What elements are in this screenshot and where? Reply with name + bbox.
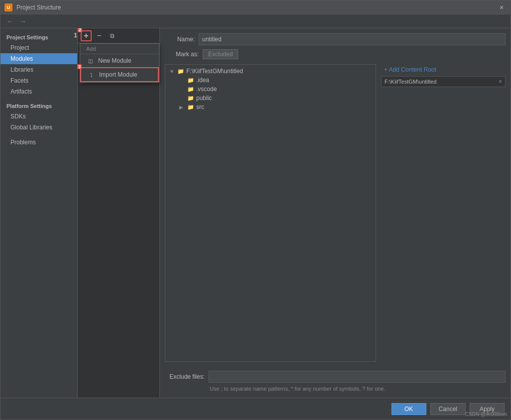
- close-button[interactable]: ×: [497, 2, 507, 12]
- tree-item-src-label: src: [196, 104, 204, 110]
- cancel-button[interactable]: Cancel: [430, 403, 466, 415]
- content-root-item: F:\KiifTestGM\untitled ×: [381, 76, 506, 87]
- tree-item-vscode[interactable]: 📁 .vscode: [177, 85, 374, 94]
- file-tree[interactable]: ▼ 📁 F:\KiifTestGM\untitled 📁 .idea 📁: [165, 64, 376, 362]
- tree-item-idea-label: .idea: [196, 77, 209, 84]
- exclude-section: Exclude files: Use ; to separate name pa…: [165, 367, 506, 393]
- sidebar-item-project[interactable]: Project: [0, 42, 77, 53]
- content-root-remove[interactable]: ×: [499, 78, 502, 85]
- nav-bar: ← →: [0, 14, 511, 28]
- tree-item-public-label: public: [196, 95, 212, 102]
- remove-button[interactable]: −: [94, 30, 105, 41]
- platform-settings-header: Platform Settings: [0, 101, 77, 111]
- tree-children: 📁 .idea 📁 .vscode 📁 public: [167, 76, 374, 111]
- back-button[interactable]: ←: [4, 16, 15, 26]
- tree-root-folder-icon: 📁: [177, 68, 184, 75]
- tree-item-idea[interactable]: 📁 .idea: [177, 76, 374, 85]
- right-panel: Name: Mark as: Excluded ▼ 📁 F:\KiifTestG…: [160, 28, 511, 398]
- left-panel: Project Settings Project Modules Librari…: [0, 28, 78, 398]
- tree-root-item[interactable]: ▼ 📁 F:\KiifTestGM\untitled: [167, 67, 374, 76]
- bottom-bar: OK Cancel Apply: [0, 398, 511, 420]
- dropdown-header: Add: [80, 44, 159, 54]
- sidebar-item-modules[interactable]: Modules: [0, 53, 77, 64]
- center-panel: 1 2 + − ⧉ Add ◫: [78, 28, 160, 398]
- exclude-label: Exclude files:: [165, 373, 205, 380]
- tree-item-src-arrow: ▶: [179, 105, 185, 110]
- sidebar-item-artifacts[interactable]: Artifacts: [0, 86, 77, 97]
- watermark: CSDN @米000ovo: [463, 410, 509, 419]
- annotation-badge-2: 2: [78, 28, 82, 32]
- exclude-hint: Use ; to separate name patterns, * for a…: [210, 385, 409, 393]
- app-icon: U: [4, 3, 12, 11]
- add-content-root-button[interactable]: + Add Content Root: [384, 66, 436, 73]
- import-module-icon: ⤵: [87, 71, 95, 79]
- annotation-1: 1: [74, 31, 77, 39]
- copy-button[interactable]: ⧉: [107, 30, 118, 41]
- project-settings-header: Project Settings: [0, 32, 77, 42]
- annotation-badge-3: 3: [77, 64, 82, 69]
- sidebar-item-sdks[interactable]: SDKs: [0, 111, 77, 122]
- import-module-item[interactable]: 3 ⤵ Import Module: [80, 67, 159, 82]
- name-input[interactable]: [199, 33, 506, 45]
- tree-item-public-icon: 📁: [187, 95, 194, 102]
- new-module-item[interactable]: ◫ New Module: [80, 54, 159, 67]
- add-dropdown-menu: Add ◫ New Module 3 ⤵ Import Module: [80, 43, 159, 83]
- name-label: Name:: [165, 36, 195, 43]
- content-root-path: F:\KiifTestGM\untitled: [384, 79, 437, 85]
- tree-item-src-icon: 📁: [187, 104, 194, 110]
- new-module-icon: ◫: [86, 57, 94, 65]
- sidebar-item-libraries[interactable]: Libraries: [0, 64, 77, 75]
- dialog-title: Project Structure: [16, 4, 497, 11]
- content-area: ▼ 📁 F:\KiifTestGM\untitled 📁 .idea 📁: [165, 64, 506, 362]
- sidebar-item-global-libraries[interactable]: Global Libraries: [0, 122, 77, 133]
- module-list: [78, 43, 159, 398]
- tree-item-idea-icon: 📁: [187, 77, 194, 84]
- ok-button[interactable]: OK: [391, 403, 426, 415]
- name-row: Name:: [165, 33, 506, 45]
- tree-item-vscode-label: .vscode: [196, 86, 217, 93]
- sidebar-item-problems[interactable]: Problems: [0, 137, 77, 148]
- content-roots-panel: + Add Content Root F:\KiifTestGM\untitle…: [381, 64, 506, 362]
- roots-toolbar: + Add Content Root: [381, 64, 506, 75]
- tree-root-label: F:\KiifTestGM\untitled: [186, 68, 243, 75]
- tree-item-vscode-icon: 📁: [187, 86, 194, 93]
- tree-root-arrow: ▼: [169, 69, 175, 74]
- title-bar: U Project Structure ×: [0, 0, 511, 14]
- tree-item-src[interactable]: ▶ 📁 src: [177, 103, 374, 111]
- mark-as-label: Mark as:: [165, 51, 199, 58]
- add-button[interactable]: +: [81, 30, 92, 41]
- exclude-input[interactable]: [209, 371, 506, 383]
- tree-item-public[interactable]: 📁 public: [177, 94, 374, 103]
- exclude-row: Exclude files:: [165, 371, 506, 383]
- center-toolbar: 1 2 + − ⧉ Add ◫: [78, 28, 159, 43]
- excluded-button[interactable]: Excluded: [203, 49, 238, 59]
- sidebar-item-facets[interactable]: Facets: [0, 75, 77, 86]
- mark-as-row: Mark as: Excluded: [165, 49, 506, 59]
- add-button-wrapper: 2 +: [81, 30, 92, 41]
- forward-button[interactable]: →: [17, 16, 28, 26]
